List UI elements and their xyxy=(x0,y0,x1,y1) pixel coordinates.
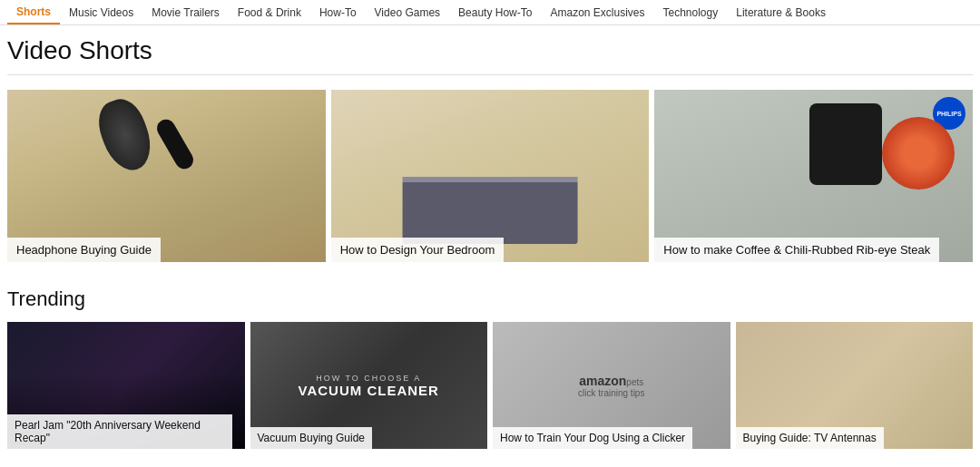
video-label-headphone: Headphone Buying Guide xyxy=(7,238,161,262)
nav-item-how-to[interactable]: How-To xyxy=(310,0,366,24)
featured-videos-row: Headphone Buying Guide How to Design You… xyxy=(0,90,980,280)
trending-label-pearl-jam: Pearl Jam "20th Anniversary Weekend Reca… xyxy=(7,414,232,449)
nav-item-movie-trailers[interactable]: Movie Trailers xyxy=(142,0,229,24)
featured-video-bedroom[interactable]: How to Design Your Bedroom xyxy=(331,90,650,262)
video-label-bedroom: How to Design Your Bedroom xyxy=(331,238,505,262)
trending-title: Trending xyxy=(0,280,980,322)
trending-video-pearl-jam[interactable]: vevo Pearl Jam "20th Anniversary Weekend… xyxy=(7,322,245,449)
nav-item-music-videos[interactable]: Music Videos xyxy=(60,0,142,24)
trending-label-tv-antennas: Buying Guide: TV Antennas xyxy=(736,427,884,449)
amazon-pets-brand: amazonpets xyxy=(578,374,644,388)
video-label-kitchen: How to make Coffee & Chili-Rubbed Rib-ey… xyxy=(654,238,939,262)
featured-video-kitchen[interactable]: PHILIPS How to make Coffee & Chili-Rubbe… xyxy=(654,90,973,262)
thumbnail-headphone xyxy=(7,90,326,262)
featured-video-headphone[interactable]: Headphone Buying Guide xyxy=(7,90,326,262)
nav-item-literature-books[interactable]: Literature & Books xyxy=(727,0,835,24)
trending-video-vacuum[interactable]: HOW TO CHOOSE A VACUUM CLEANER Vacuum Bu… xyxy=(250,322,488,449)
nav-item-technology[interactable]: Technology xyxy=(654,0,728,24)
trending-video-dog-training[interactable]: amazonpets click training tips How to Tr… xyxy=(493,322,730,449)
vacuum-how-to: HOW TO CHOOSE A xyxy=(299,374,439,383)
trending-videos-row: vevo Pearl Jam "20th Anniversary Weekend… xyxy=(0,322,980,449)
trending-label-vacuum: Vacuum Buying Guide xyxy=(250,427,373,449)
vacuum-main-text: VACUUM CLEANER xyxy=(299,383,439,398)
nav-item-video-games[interactable]: Video Games xyxy=(366,0,450,24)
section-divider xyxy=(7,74,973,75)
nav-item-beauty-how-to[interactable]: Beauty How-To xyxy=(449,0,541,24)
thumbnail-kitchen: PHILIPS xyxy=(654,90,973,262)
navigation-bar: ShortsMusic VideosMovie TrailersFood & D… xyxy=(0,0,980,25)
amazon-pets-sub: click training tips xyxy=(578,388,644,398)
thumbnail-bedroom xyxy=(331,90,650,262)
nav-item-amazon-exclusives[interactable]: Amazon Exclusives xyxy=(541,0,653,24)
nav-item-food-drink[interactable]: Food & Drink xyxy=(229,0,310,24)
vacuum-overlay-text: HOW TO CHOOSE A VACUUM CLEANER xyxy=(299,374,439,398)
nav-item-shorts[interactable]: Shorts xyxy=(7,0,60,24)
trending-label-dog-training: How to Train Your Dog Using a Clicker xyxy=(493,427,692,449)
page-title: Video Shorts xyxy=(0,25,980,74)
trending-video-tv-antennas[interactable]: Buying Guide: TV Antennas xyxy=(736,322,974,449)
philips-logo: PHILIPS xyxy=(933,97,965,130)
amazon-pets-overlay: amazonpets click training tips xyxy=(578,374,644,398)
